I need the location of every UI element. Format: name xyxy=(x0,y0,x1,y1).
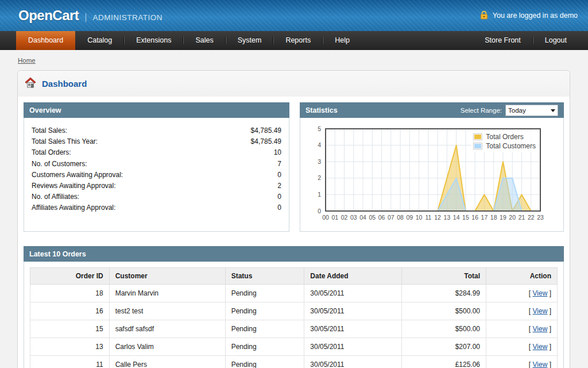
overview-row: No. of Customers:7 xyxy=(32,159,281,170)
customer-cell: Marvin Marvin xyxy=(109,285,225,302)
page-heading: Dashboard xyxy=(18,71,570,97)
orders-table-header-row: Order IDCustomerStatusDate AddedTotalAct… xyxy=(30,268,558,285)
overview-panel: Overview Total Sales:$4,785.49Total Sale… xyxy=(24,102,289,232)
orders-column-order-id: Order ID xyxy=(30,268,110,285)
nav-item-logout[interactable]: Logout xyxy=(533,31,579,50)
legend-entry: Total Customers xyxy=(473,142,536,150)
brand: OpenCart | ADMINISTRATION xyxy=(0,7,163,24)
svg-text:13: 13 xyxy=(444,214,451,221)
action-cell: [ View ] xyxy=(486,285,558,302)
orders-table: Order IDCustomerStatusDate AddedTotalAct… xyxy=(30,267,558,368)
orders-column-status: Status xyxy=(225,268,304,285)
total-cell: $500.00 xyxy=(402,302,486,320)
nav-menu-right: Store FrontLogout xyxy=(473,31,579,50)
view-link[interactable]: View xyxy=(533,361,548,368)
legend-entry: Total Orders xyxy=(473,133,536,141)
status-cell: Pending xyxy=(225,338,304,356)
date-added-cell: 30/05/2011 xyxy=(304,302,402,320)
nav-item-catalog[interactable]: Catalog xyxy=(75,31,124,50)
order-id-cell: 15 xyxy=(30,320,110,338)
svg-text:11: 11 xyxy=(425,214,431,221)
latest-orders-heading: Latest 10 Orders xyxy=(24,246,564,262)
nav-item-sales[interactable]: Sales xyxy=(183,31,225,50)
svg-text:12: 12 xyxy=(434,214,441,221)
main-nav: DashboardCatalogExtensionsSalesSystemRep… xyxy=(0,31,588,50)
home-link[interactable]: Home xyxy=(18,57,36,64)
total-cell: $500.00 xyxy=(402,320,486,338)
svg-text:1: 1 xyxy=(318,191,321,198)
overview-row-value: 0 xyxy=(277,170,281,181)
overview-row-value: 0 xyxy=(277,191,281,202)
svg-text:03: 03 xyxy=(350,214,357,221)
top-bar: OpenCart | ADMINISTRATION You are logged… xyxy=(0,0,588,31)
nav-menu: DashboardCatalogExtensionsSalesSystemRep… xyxy=(16,31,362,50)
overview-row-label: No. of Customers: xyxy=(32,159,87,170)
legend-swatch xyxy=(473,143,482,150)
order-row: 11Calle PersPending30/05/2011£125.06[ Vi… xyxy=(30,356,558,368)
overview-row-value: 0 xyxy=(277,202,281,213)
date-added-cell: 30/05/2011 xyxy=(304,285,402,302)
view-link[interactable]: View xyxy=(533,289,548,297)
nav-item-dashboard[interactable]: Dashboard xyxy=(16,31,75,50)
svg-text:06: 06 xyxy=(378,214,385,221)
login-status: You are logged in as demo xyxy=(479,10,588,21)
status-cell: Pending xyxy=(225,302,304,320)
range-select-wrap: Today xyxy=(505,105,558,116)
nav-item-system[interactable]: System xyxy=(226,31,274,50)
orders-column-total: Total xyxy=(402,268,486,285)
overview-row: Total Orders:10 xyxy=(32,147,281,158)
nav-item-reports[interactable]: Reports xyxy=(273,31,323,50)
status-cell: Pending xyxy=(225,285,304,302)
svg-text:17: 17 xyxy=(481,214,488,221)
action-cell: [ View ] xyxy=(486,338,558,356)
range-select[interactable]: Today xyxy=(505,105,558,116)
order-id-cell: 11 xyxy=(30,356,110,368)
nav-item-store-front[interactable]: Store Front xyxy=(473,31,533,50)
overview-row: No. of Affiliates:0 xyxy=(32,191,281,202)
svg-text:14: 14 xyxy=(453,214,460,221)
overview-row: Total Sales:$4,785.49 xyxy=(32,125,281,136)
svg-text:23: 23 xyxy=(537,214,544,221)
view-link[interactable]: View xyxy=(533,307,548,315)
order-id-cell: 13 xyxy=(30,338,110,356)
orders-column-action: Action xyxy=(486,268,558,285)
breadcrumb: Home xyxy=(18,57,570,64)
total-cell: £125.06 xyxy=(402,356,486,368)
latest-orders-title: Latest 10 Orders xyxy=(29,250,86,258)
overview-row-value: $4,785.49 xyxy=(251,136,281,147)
overview-row-label: No. of Affiliates: xyxy=(32,191,79,202)
logo-separator: | xyxy=(84,12,87,22)
view-link[interactable]: View xyxy=(533,325,548,333)
order-id-cell: 16 xyxy=(30,302,110,320)
order-row: 18Marvin MarvinPending30/05/2011$284.99[… xyxy=(30,285,558,302)
nav-item-extensions[interactable]: Extensions xyxy=(124,31,183,50)
chart-legend: Total OrdersTotal Customers xyxy=(471,131,538,152)
legend-label: Total Orders xyxy=(486,133,523,141)
overview-row-label: Total Sales: xyxy=(32,125,67,136)
action-cell: [ View ] xyxy=(486,302,558,320)
orders-column-customer: Customer xyxy=(109,268,225,285)
overview-row-value: 10 xyxy=(274,147,281,158)
overview-row-label: Customers Awaiting Approval: xyxy=(32,170,123,181)
overview-panel-heading: Overview xyxy=(24,102,289,118)
date-added-cell: 30/05/2011 xyxy=(304,338,402,356)
total-cell: $207.00 xyxy=(402,338,486,356)
order-row: 15safsdf safsdfPending30/05/2011$500.00[… xyxy=(30,320,558,338)
overview-title: Overview xyxy=(29,106,61,114)
nav-item-help[interactable]: Help xyxy=(323,31,362,50)
lock-icon xyxy=(479,10,489,21)
latest-orders-panel: Latest 10 Orders Order IDCustomerStatusD… xyxy=(24,246,564,368)
svg-text:19: 19 xyxy=(500,214,506,221)
content-box: Dashboard Overview Total Sales:$4,785.49… xyxy=(17,70,570,368)
overview-row-label: Affiliates Awaiting Approval: xyxy=(32,202,115,213)
overview-row-label: Reviews Awaiting Approval: xyxy=(32,181,116,191)
overview-row: Total Sales This Year:$4,785.49 xyxy=(32,136,281,147)
svg-text:01: 01 xyxy=(331,214,338,221)
view-link[interactable]: View xyxy=(533,343,548,351)
svg-text:18: 18 xyxy=(490,214,497,221)
action-cell: [ View ] xyxy=(486,320,558,338)
svg-text:07: 07 xyxy=(388,214,394,221)
svg-text:3: 3 xyxy=(318,158,321,165)
customer-cell: safsdf safsdf xyxy=(109,320,225,338)
date-added-cell: 30/05/2011 xyxy=(304,320,402,338)
